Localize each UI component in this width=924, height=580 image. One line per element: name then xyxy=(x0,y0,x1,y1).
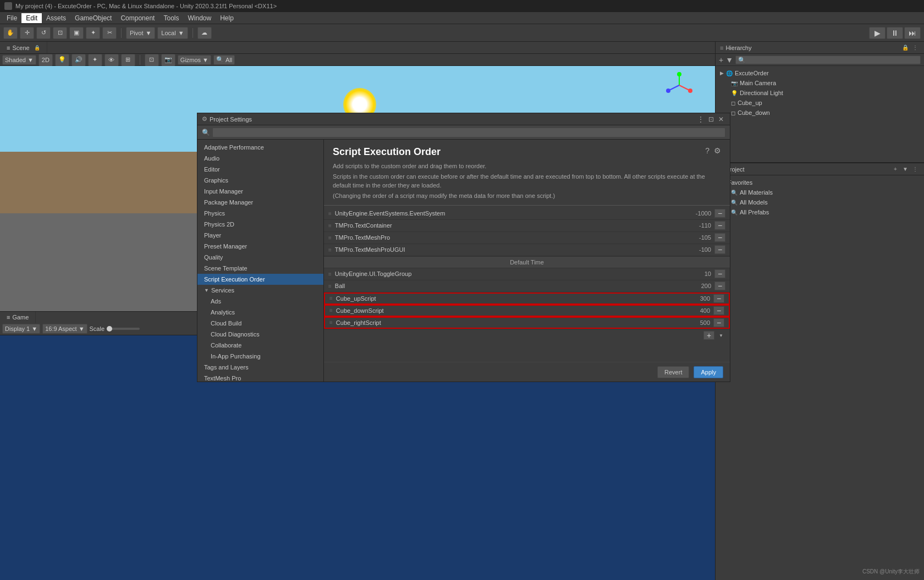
settings-scene-template[interactable]: Scene Template xyxy=(197,263,323,274)
transform-tool-btn[interactable]: ✦ xyxy=(86,27,100,39)
hierarchy-more-icon[interactable]: ⋮ xyxy=(911,43,920,52)
hierarchy-item-1[interactable]: 💡 Directional Light xyxy=(716,88,924,98)
settings-tags-layers[interactable]: Tags and Layers xyxy=(197,362,323,373)
scale-slider[interactable] xyxy=(107,328,140,330)
settings-collaborate[interactable]: Collaborate xyxy=(197,340,323,351)
game-tab[interactable]: ≡ Game xyxy=(0,312,36,323)
audio-btn[interactable]: 🔊 xyxy=(72,54,86,66)
hand-tool-btn[interactable]: ✋ xyxy=(3,27,18,39)
snap-btn[interactable]: ⊡ xyxy=(145,54,159,66)
hierarchy-search[interactable] xyxy=(735,56,921,64)
settings-cloud-build[interactable]: Cloud Build xyxy=(197,318,323,329)
settings-quality[interactable]: Quality xyxy=(197,252,323,263)
settings-ads[interactable]: Ads xyxy=(197,296,323,307)
gizmos-select[interactable]: Gizmos ▼ xyxy=(178,55,211,65)
move-tool-btn[interactable]: ✛ xyxy=(20,27,34,39)
pivot-btn[interactable]: Pivot ▼ xyxy=(126,27,155,39)
hierarchy-item-2[interactable]: ◻ Cube_up xyxy=(716,98,924,108)
drag-handle-5[interactable]: ≡ xyxy=(328,283,332,289)
menu-help[interactable]: Help xyxy=(216,13,238,23)
remove-script-8[interactable]: − xyxy=(713,318,724,327)
search-select[interactable]: 🔍 All xyxy=(213,55,235,65)
settings-audio[interactable]: Audio xyxy=(197,153,323,164)
collab-btn[interactable]: ☁ xyxy=(197,27,212,39)
hierarchy-item-0[interactable]: 📷 Main Camera xyxy=(716,78,924,88)
settings-preset[interactable]: Preset Manager xyxy=(197,241,323,252)
menu-file[interactable]: File xyxy=(2,13,21,23)
hierarchy-dropdown-btn[interactable]: ▼ xyxy=(725,56,733,64)
modal-close-icon[interactable]: ✕ xyxy=(717,115,725,123)
settings-script-exec[interactable]: Script Execution Order xyxy=(197,274,323,285)
rotate-tool-btn[interactable]: ↺ xyxy=(36,27,51,39)
remove-script-0[interactable]: − xyxy=(714,209,725,218)
modal-more-icon[interactable]: ⋮ xyxy=(696,115,706,123)
drag-handle-4[interactable]: ≡ xyxy=(328,271,332,277)
scale-tool-btn[interactable]: ⊡ xyxy=(53,27,67,39)
revert-button[interactable]: Revert xyxy=(657,366,689,378)
custom-tool-btn[interactable]: ✂ xyxy=(102,27,117,39)
play-btn[interactable]: ▶ xyxy=(869,27,886,39)
drag-handle-1[interactable]: ≡ xyxy=(328,223,332,229)
menu-assets[interactable]: Assets xyxy=(42,13,70,23)
apply-button[interactable]: Apply xyxy=(694,366,723,378)
pause-btn[interactable]: ⏸ xyxy=(887,27,903,39)
settings-services[interactable]: ▼ Services xyxy=(197,285,323,296)
camera-btn[interactable]: 📷 xyxy=(161,54,175,66)
remove-script-1[interactable]: − xyxy=(714,221,725,230)
rect-tool-btn[interactable]: ▣ xyxy=(69,27,84,39)
remove-script-5[interactable]: − xyxy=(714,281,725,290)
remove-script-7[interactable]: − xyxy=(713,306,724,315)
drag-handle-0[interactable]: ≡ xyxy=(328,211,332,217)
drag-handle-8[interactable]: ≡ xyxy=(329,319,333,325)
settings-player[interactable]: Player xyxy=(197,230,323,241)
settings-physics[interactable]: Physics xyxy=(197,208,323,219)
settings-textmesh[interactable]: TextMesh Pro xyxy=(197,373,323,382)
menu-window[interactable]: Window xyxy=(183,13,216,23)
2d-btn[interactable]: 2D xyxy=(38,54,53,66)
settings-in-app[interactable]: In-App Purchasing xyxy=(197,351,323,362)
hierarchy-lock-icon[interactable]: 🔒 xyxy=(901,43,910,52)
menu-edit[interactable]: Edit xyxy=(21,13,42,23)
drag-handle-3[interactable]: ≡ xyxy=(328,247,332,253)
hierarchy-add-btn[interactable]: + xyxy=(719,56,723,64)
vfx-btn[interactable]: ✦ xyxy=(88,54,102,66)
project-all-materials[interactable]: 🔍 All Materials xyxy=(716,187,924,197)
grid-btn[interactable]: ⊞ xyxy=(121,54,135,66)
hidden-obj-btn[interactable]: 👁 xyxy=(105,54,119,66)
settings-graphics[interactable]: Graphics xyxy=(197,175,323,186)
aspect-select[interactable]: 16:9 Aspect ▼ xyxy=(42,324,87,334)
modal-search-input[interactable] xyxy=(212,128,725,137)
menu-gameobject[interactable]: GameObject xyxy=(70,13,116,23)
settings-physics2d[interactable]: Physics 2D xyxy=(197,219,323,230)
project-all-models[interactable]: 🔍 All Models xyxy=(716,197,924,207)
project-arrow-icon[interactable]: ▼ xyxy=(901,165,910,174)
add-script-plus-btn[interactable]: + xyxy=(703,331,714,340)
project-add-icon[interactable]: + xyxy=(891,165,900,174)
help-icon[interactable]: ? xyxy=(705,146,710,155)
drag-handle-7[interactable]: ≡ xyxy=(329,307,333,313)
add-script-dropdown-btn[interactable]: ▼ xyxy=(717,331,725,340)
settings-package-manager[interactable]: Package Manager xyxy=(197,197,323,208)
settings-adaptive[interactable]: Adaptive Performance xyxy=(197,142,323,153)
project-all-prefabs[interactable]: 🔍 All Prefabs xyxy=(716,207,924,217)
drag-handle-6[interactable]: ≡ xyxy=(329,295,333,301)
settings-cloud-diag[interactable]: Cloud Diagnostics xyxy=(197,329,323,340)
project-more-icon[interactable]: ⋮ xyxy=(911,165,920,174)
modal-maximize-icon[interactable]: ⊡ xyxy=(707,115,716,123)
step-btn[interactable]: ⏭ xyxy=(904,27,921,39)
settings-analytics[interactable]: Analytics xyxy=(197,307,323,318)
remove-script-4[interactable]: − xyxy=(714,269,725,278)
menu-tools[interactable]: Tools xyxy=(159,13,183,23)
display-select[interactable]: Display 1 ▼ xyxy=(2,324,40,334)
lighting-btn[interactable]: 💡 xyxy=(55,54,69,66)
remove-script-3[interactable]: − xyxy=(714,245,725,254)
settings-gear-icon[interactable]: ⚙ xyxy=(714,146,721,155)
project-favorites[interactable]: ★ Favorites xyxy=(716,178,924,187)
hierarchy-root[interactable]: ▶ 🌐 ExcuteOrder xyxy=(716,68,924,78)
drag-handle-2[interactable]: ≡ xyxy=(328,235,332,241)
settings-input-manager[interactable]: Input Manager xyxy=(197,186,323,197)
remove-script-2[interactable]: − xyxy=(714,233,725,242)
settings-editor[interactable]: Editor xyxy=(197,164,323,175)
hierarchy-item-3[interactable]: ◻ Cube_down xyxy=(716,108,924,118)
menu-component[interactable]: Component xyxy=(116,13,159,23)
